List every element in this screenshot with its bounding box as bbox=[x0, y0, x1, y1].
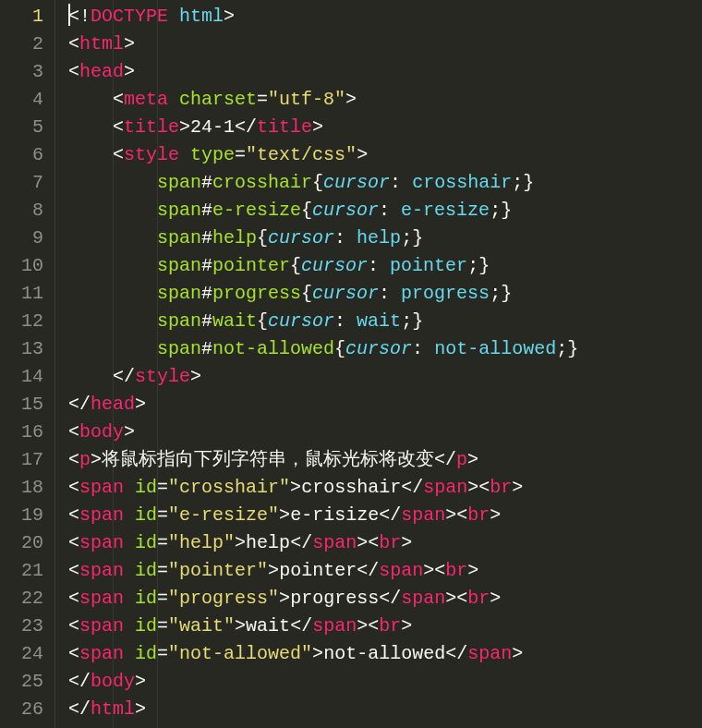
token-punc: > bbox=[279, 504, 290, 526]
code-line[interactable]: <span id="e-resize">e-risize</span><br> bbox=[68, 502, 702, 529]
token-tag: p bbox=[456, 449, 467, 470]
token-punc: > bbox=[224, 6, 235, 27]
line-number: 9 bbox=[0, 224, 43, 252]
line-number: 18 bbox=[0, 474, 43, 502]
token-punc: </ bbox=[401, 477, 423, 498]
line-number: 10 bbox=[0, 252, 43, 280]
code-line[interactable]: <head> bbox=[68, 58, 702, 86]
code-line[interactable]: span#e-resize{cursor: e-resize;} bbox=[68, 197, 702, 224]
token-punc: >< bbox=[423, 560, 445, 581]
token-text bbox=[124, 477, 135, 498]
token-punc: </ bbox=[113, 366, 135, 387]
token-tag: span bbox=[79, 532, 124, 553]
code-line[interactable]: </head> bbox=[68, 391, 702, 419]
token-punc: >< bbox=[445, 504, 467, 526]
code-line[interactable]: <body> bbox=[68, 419, 702, 446]
token-tag: body bbox=[79, 421, 124, 443]
token-punc: = bbox=[157, 504, 168, 526]
token-attr: help bbox=[212, 227, 257, 249]
token-punc: > bbox=[290, 477, 301, 498]
code-line[interactable]: span#crosshair{cursor: crosshair;} bbox=[68, 169, 702, 197]
line-number: 8 bbox=[0, 197, 43, 224]
line-number-gutter: 1234567891011121314151617181920212223242… bbox=[0, 0, 55, 728]
token-text: progress bbox=[290, 588, 379, 609]
token-punc: : bbox=[412, 338, 434, 359]
code-line[interactable]: <meta charset="utf-8"> bbox=[68, 86, 702, 114]
code-line[interactable]: <title>24-1</title> bbox=[68, 114, 702, 141]
code-line[interactable]: span#not-allowed{cursor: not-allowed;} bbox=[68, 335, 702, 363]
token-val: progress bbox=[401, 283, 490, 304]
token-punc: { bbox=[290, 255, 301, 276]
token-punc: < bbox=[113, 116, 124, 138]
token-attr: id bbox=[135, 643, 157, 664]
token-sel: span bbox=[157, 172, 201, 193]
token-punc: : bbox=[379, 283, 401, 304]
token-punc: > bbox=[490, 504, 501, 526]
code-line[interactable]: <p>将鼠标指向下列字符串，鼠标光标将改变</p> bbox=[68, 446, 702, 474]
token-tag: span bbox=[79, 615, 124, 637]
token-val: wait bbox=[357, 310, 401, 332]
code-line[interactable]: <!DOCTYPE html> bbox=[68, 3, 702, 30]
code-line[interactable]: <span id="progress">progress</span><br> bbox=[68, 585, 702, 613]
token-punc: < bbox=[68, 560, 79, 581]
token-str: "e-resize" bbox=[168, 504, 279, 526]
token-str: "progress" bbox=[168, 588, 279, 609]
token-punc: > bbox=[124, 61, 135, 82]
code-line[interactable]: <span id="wait">wait</span><br> bbox=[68, 613, 702, 640]
code-line[interactable]: </body> bbox=[68, 668, 702, 696]
code-line[interactable]: <span id="pointer">pointer</span><br> bbox=[68, 557, 702, 585]
line-number: 1 bbox=[0, 3, 43, 30]
token-punc: < bbox=[68, 449, 79, 470]
token-attr: not-allowed bbox=[212, 338, 334, 359]
token-punc: # bbox=[201, 200, 212, 221]
code-editor-area[interactable]: <!DOCTYPE html><html><head> <meta charse… bbox=[55, 0, 702, 728]
line-number: 5 bbox=[0, 114, 43, 141]
token-html: html bbox=[179, 6, 224, 27]
token-tag: span bbox=[79, 560, 124, 581]
token-punc: : bbox=[334, 310, 357, 332]
code-line[interactable]: <span id="help">help</span><br> bbox=[68, 529, 702, 557]
token-tag: title bbox=[124, 116, 179, 138]
code-line[interactable]: </style> bbox=[68, 363, 702, 391]
token-attr: pointer bbox=[212, 255, 290, 276]
token-punc: > bbox=[512, 477, 523, 498]
token-punc: > bbox=[135, 394, 146, 415]
token-val: e-resize bbox=[401, 200, 490, 221]
code-line[interactable]: <style type="text/css"> bbox=[68, 141, 702, 169]
token-punc: < bbox=[68, 615, 79, 637]
token-punc: </ bbox=[434, 449, 456, 470]
code-line[interactable]: <span id="not-allowed">not-allowed</span… bbox=[68, 640, 702, 668]
token-val: help bbox=[357, 227, 401, 249]
code-line[interactable]: span#pointer{cursor: pointer;} bbox=[68, 252, 702, 280]
token-punc: < bbox=[68, 61, 79, 82]
token-punc: </ bbox=[68, 698, 91, 720]
token-punc: >< bbox=[445, 588, 467, 609]
code-line[interactable]: <html> bbox=[68, 30, 702, 58]
token-punc: > bbox=[91, 449, 102, 470]
code-line[interactable]: span#progress{cursor: progress;} bbox=[68, 280, 702, 308]
token-text: help bbox=[246, 532, 290, 553]
line-number: 21 bbox=[0, 557, 43, 585]
token-prop: cursor bbox=[301, 255, 368, 276]
token-punc: > bbox=[235, 615, 246, 637]
code-line[interactable]: span#wait{cursor: wait;} bbox=[68, 308, 702, 335]
code-line[interactable]: span#help{cursor: help;} bbox=[68, 224, 702, 252]
token-punc: > bbox=[312, 643, 323, 664]
code-line[interactable]: </html> bbox=[68, 696, 702, 723]
token-punc: = bbox=[235, 144, 246, 165]
token-punc: > bbox=[490, 588, 501, 609]
token-punc: ;} bbox=[490, 283, 512, 304]
token-punc: # bbox=[201, 283, 212, 304]
token-doctype: DOCTYPE bbox=[91, 6, 179, 27]
token-punc: : bbox=[368, 255, 390, 276]
token-punc: < bbox=[113, 89, 124, 110]
line-number: 24 bbox=[0, 640, 43, 668]
token-sel: span bbox=[157, 200, 201, 221]
token-punc: >< bbox=[467, 477, 490, 498]
token-punc: > bbox=[124, 33, 135, 55]
token-sel: span bbox=[157, 338, 201, 359]
code-line[interactable]: <span id="crosshair">crosshair</span><br… bbox=[68, 474, 702, 502]
token-punc: > bbox=[235, 532, 246, 553]
token-punc: # bbox=[201, 172, 212, 193]
line-number: 15 bbox=[0, 391, 43, 419]
